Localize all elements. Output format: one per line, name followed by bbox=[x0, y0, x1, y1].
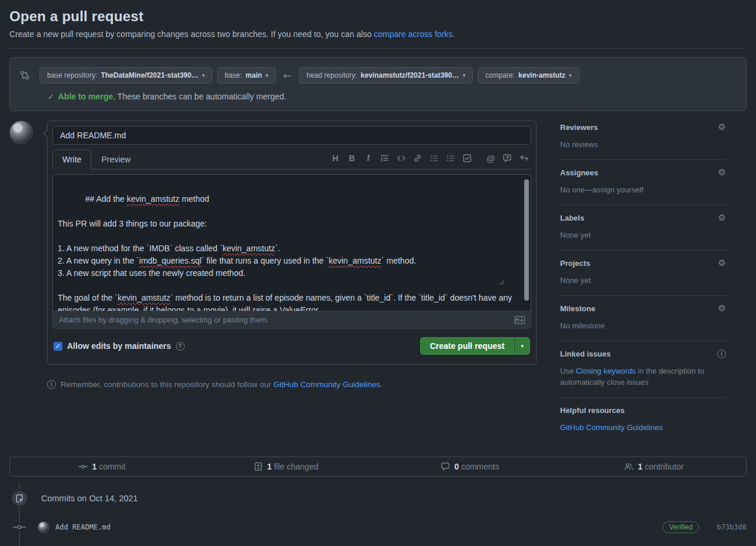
people-icon bbox=[624, 462, 634, 471]
create-pr-options-caret[interactable]: ▾ bbox=[514, 337, 530, 355]
markdown-toolbar: H B I bbox=[328, 151, 531, 169]
base-branch-dropdown[interactable]: base:main▾ bbox=[217, 67, 276, 84]
question-icon[interactable]: ? bbox=[176, 342, 185, 351]
page-subtitle: Create a new pull request by comparing c… bbox=[9, 29, 747, 39]
info-icon[interactable]: i bbox=[717, 349, 726, 358]
comment-icon bbox=[441, 462, 450, 471]
attach-files-bar[interactable]: Attach files by dragging & dropping, sel… bbox=[52, 311, 531, 329]
community-guidelines-link[interactable]: GitHub Community Guidelines bbox=[274, 380, 381, 389]
stat-label: comments bbox=[461, 462, 499, 471]
bullet-list-icon[interactable] bbox=[427, 151, 442, 165]
attach-files-hint: Attach files by dragging & dropping, sel… bbox=[59, 315, 269, 324]
allow-edits-checkbox[interactable]: ✓ bbox=[54, 342, 62, 351]
gear-icon[interactable]: ⚙ bbox=[718, 168, 726, 177]
sidebar-section-assignees: Assignees⚙ No one—assign yourself bbox=[560, 160, 726, 205]
stat-contributors[interactable]: 1 contributor bbox=[562, 462, 746, 471]
allow-edits-row: ✓ Allow edits by maintainers ? bbox=[54, 341, 185, 351]
italic-icon[interactable]: I bbox=[361, 151, 376, 165]
numbered-list-icon[interactable] bbox=[443, 151, 458, 165]
base-branch-prefix: base: bbox=[225, 71, 242, 79]
page-title: Open a pull request bbox=[9, 8, 747, 25]
sidebar-section-projects: Projects⚙ None yet bbox=[560, 251, 726, 296]
milestone-title: Milestone bbox=[560, 304, 595, 313]
reviewers-header[interactable]: Reviewers⚙ bbox=[560, 123, 726, 132]
head-repository-dropdown[interactable]: head repository:kevinamstutz/f2021-stat3… bbox=[299, 67, 473, 84]
pr-description-textarea[interactable]: ## Add the kevin_amstutz method This PR … bbox=[52, 174, 531, 311]
guidelines-reminder: i Remember, contributions to this reposi… bbox=[47, 380, 537, 389]
header-divider bbox=[9, 48, 747, 49]
commit-row: Add README.md Verified b73b3d8 bbox=[9, 521, 747, 533]
pr-description-text: ## Add the kevin_amstutz method This PR … bbox=[58, 194, 514, 311]
check-icon: ✓ bbox=[48, 92, 55, 101]
merge-status: ✓Able to merge. These branches can be au… bbox=[48, 92, 737, 101]
chevron-down-icon: ▾ bbox=[202, 72, 205, 78]
projects-header[interactable]: Projects⚙ bbox=[560, 259, 726, 268]
tab-write[interactable]: Write bbox=[52, 149, 91, 169]
sidebar-section-linked-issues: Linked issuesi Use Closing keywords in t… bbox=[560, 341, 726, 398]
verified-badge[interactable]: Verified bbox=[662, 521, 699, 533]
commit-message[interactable]: Add README.md bbox=[55, 523, 111, 531]
helpful-guidelines-link[interactable]: GitHub Community Guidelines bbox=[560, 423, 663, 432]
labels-header[interactable]: Labels⚙ bbox=[560, 214, 726, 222]
page-subtitle-text: Create a new pull request by comparing c… bbox=[9, 29, 374, 39]
sidebar-section-reviewers: Reviewers⚙ No reviews bbox=[560, 121, 726, 160]
info-icon: i bbox=[47, 380, 56, 389]
gear-icon[interactable]: ⚙ bbox=[718, 214, 726, 222]
stat-comments[interactable]: 0 comments bbox=[378, 462, 562, 471]
reviewers-value: No reviews bbox=[560, 139, 726, 150]
stat-files-changed[interactable]: 1 file changed bbox=[194, 462, 378, 471]
projects-value: None yet bbox=[560, 275, 726, 286]
form-actions: ✓ Allow edits by maintainers ? Create pu… bbox=[52, 329, 531, 359]
head-repo-value: kevinamstutz/f2021-stat390… bbox=[361, 71, 459, 79]
avatar[interactable] bbox=[38, 521, 49, 533]
chevron-down-icon: ▾ bbox=[462, 72, 465, 78]
gear-icon[interactable]: ⚙ bbox=[718, 304, 726, 313]
link-icon[interactable] bbox=[410, 151, 425, 165]
avatar[interactable] bbox=[9, 121, 33, 144]
linked-issues-title: Linked issues bbox=[560, 349, 611, 358]
mention-icon[interactable]: @ bbox=[483, 151, 498, 165]
gear-icon[interactable]: ⚙ bbox=[718, 123, 726, 132]
code-icon[interactable] bbox=[394, 151, 409, 165]
file-diff-icon bbox=[254, 462, 263, 471]
compare-branch-dropdown[interactable]: compare:kevin-amstutz▾ bbox=[478, 67, 580, 84]
page-subtitle-period: . bbox=[452, 29, 455, 39]
saved-replies-icon[interactable]: ▾ bbox=[516, 151, 531, 165]
base-repo-prefix: base repository: bbox=[47, 71, 97, 79]
commit-icon bbox=[12, 523, 27, 531]
assignees-value: No one—assign yourself bbox=[560, 184, 726, 195]
repo-push-icon bbox=[11, 490, 28, 507]
compare-branch-value: kevin-amstutz bbox=[518, 71, 565, 79]
create-pull-request-button[interactable]: Create pull request bbox=[420, 337, 515, 355]
stat-label: commit bbox=[99, 462, 125, 471]
quote-icon[interactable] bbox=[377, 151, 392, 165]
pr-title-input[interactable] bbox=[52, 126, 531, 145]
pr-stats-bar: 1 commit 1 file changed 0 comments 1 con… bbox=[9, 457, 747, 477]
pr-form-column: Write Preview H B I bbox=[9, 121, 537, 442]
milestone-header[interactable]: Milestone⚙ bbox=[560, 304, 726, 313]
gear-icon[interactable]: ⚙ bbox=[718, 259, 726, 268]
milestone-value: No milestone bbox=[560, 320, 726, 331]
compare-across-forks-link[interactable]: compare across forks bbox=[374, 29, 452, 39]
compare-branch-prefix: compare: bbox=[485, 71, 515, 79]
closing-keywords-link[interactable]: Closing keywords bbox=[576, 367, 636, 375]
commit-sha[interactable]: b73b3d8 bbox=[717, 523, 747, 531]
bold-icon[interactable]: B bbox=[344, 151, 359, 165]
commits-timeline: Commits on Oct 14, 2021 Add README.md Ve… bbox=[9, 490, 747, 546]
editor-tabs-bar: Write Preview H B I bbox=[52, 149, 531, 169]
cross-reference-icon[interactable] bbox=[499, 151, 515, 165]
stat-label: contributor bbox=[645, 462, 684, 471]
git-compare-icon bbox=[19, 70, 30, 81]
reminder-text: Remember, contributions to this reposito… bbox=[61, 380, 274, 389]
base-repository-dropdown[interactable]: base repository:TheDataMine/f2021-stat39… bbox=[39, 67, 212, 84]
stat-count: 1 bbox=[638, 462, 642, 471]
heading-icon[interactable]: H bbox=[328, 151, 343, 165]
allow-edits-label[interactable]: Allow edits by maintainers bbox=[67, 341, 171, 351]
task-list-icon[interactable] bbox=[459, 151, 475, 165]
reminder-period: . bbox=[380, 380, 382, 389]
projects-title: Projects bbox=[560, 259, 590, 268]
tab-preview[interactable]: Preview bbox=[91, 149, 141, 169]
assignees-header[interactable]: Assignees⚙ bbox=[560, 168, 726, 177]
stat-commits[interactable]: 1 commit bbox=[10, 462, 194, 471]
resize-grip-icon[interactable] bbox=[498, 254, 530, 310]
